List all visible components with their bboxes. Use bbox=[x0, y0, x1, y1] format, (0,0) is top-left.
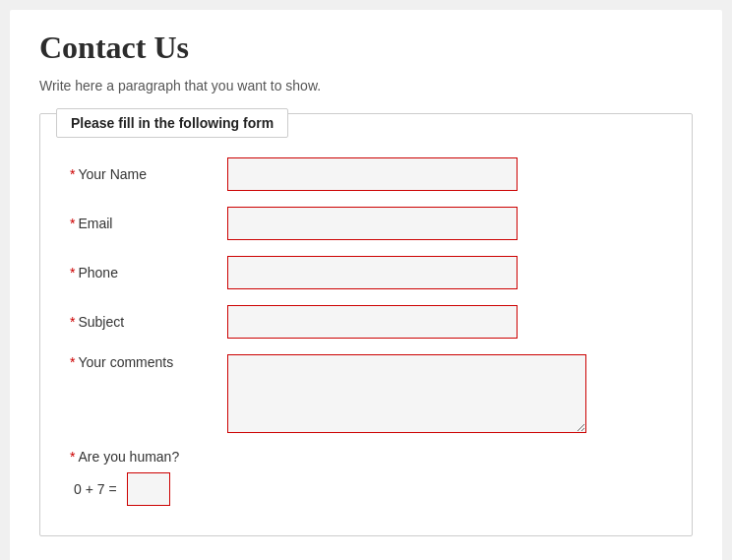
comments-required: * bbox=[70, 354, 75, 370]
form-inner: * Your Name * Email * Phone bbox=[40, 138, 692, 535]
email-required: * bbox=[70, 216, 75, 231]
comments-row: * Your comments bbox=[70, 354, 662, 433]
form-legend: Please fill in the following form bbox=[56, 108, 288, 138]
page-subtitle: Write here a paragraph that you want to … bbox=[39, 78, 693, 93]
phone-label: * Phone bbox=[70, 265, 227, 280]
phone-required: * bbox=[70, 265, 75, 280]
subject-required: * bbox=[70, 314, 75, 330]
page-container: Contact Us Write here a paragraph that y… bbox=[10, 10, 722, 560]
comments-label: * Your comments bbox=[70, 354, 227, 370]
comments-textarea[interactable] bbox=[227, 354, 586, 433]
email-input[interactable] bbox=[227, 207, 518, 240]
captcha-input[interactable] bbox=[127, 472, 170, 506]
name-required: * bbox=[70, 166, 75, 182]
email-label: * Email bbox=[70, 216, 227, 231]
email-row: * Email bbox=[70, 207, 662, 240]
name-row: * Your Name bbox=[70, 157, 662, 191]
captcha-label: * Are you human? bbox=[70, 449, 662, 465]
contact-form-container: Please fill in the following form * Your… bbox=[39, 113, 693, 536]
subject-input[interactable] bbox=[227, 305, 518, 339]
captcha-row: 0 + 7 = bbox=[70, 472, 662, 506]
captcha-section: * Are you human? 0 + 7 = bbox=[70, 449, 662, 506]
captcha-required: * bbox=[70, 449, 75, 465]
name-input[interactable] bbox=[227, 157, 518, 191]
subject-label: * Subject bbox=[70, 314, 227, 330]
captcha-equation: 0 + 7 = bbox=[74, 481, 117, 497]
subject-row: * Subject bbox=[70, 305, 662, 339]
page-title: Contact Us bbox=[39, 30, 693, 66]
phone-input[interactable] bbox=[227, 256, 518, 289]
name-label: * Your Name bbox=[70, 166, 227, 182]
phone-row: * Phone bbox=[70, 256, 662, 289]
